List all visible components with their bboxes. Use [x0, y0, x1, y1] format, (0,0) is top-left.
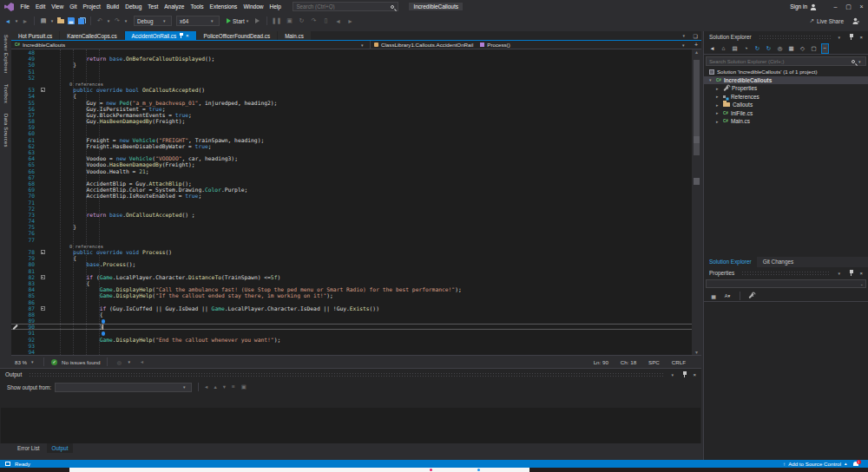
panel-drag-grip[interactable] — [29, 372, 664, 377]
code-line[interactable]: 52 — [11, 75, 692, 81]
properties-object-combo[interactable]: - — [706, 279, 866, 288]
toggle-word-wrap-icon[interactable]: ▣ — [241, 384, 247, 390]
save-icon[interactable] — [67, 16, 76, 26]
pin-icon[interactable] — [849, 270, 853, 276]
breakpoint-margin[interactable] — [11, 274, 19, 280]
code-line[interactable]: 72 — [11, 206, 692, 212]
open-files-filter-icon[interactable]: ◔ — [742, 43, 750, 54]
menu-view[interactable]: View — [49, 0, 67, 13]
tree-row-callouts[interactable]: ▸Callouts — [704, 101, 868, 109]
quick-search-box[interactable] — [293, 2, 398, 11]
code-line[interactable]: 89 — [11, 318, 692, 324]
fold-margin[interactable] — [38, 87, 47, 93]
code-line[interactable]: 88 { — [11, 311, 692, 318]
properties-panel-header[interactable]: Properties ▾ × — [704, 267, 868, 279]
breakpoint-margin[interactable] — [11, 206, 19, 212]
window-position-dropdown-icon[interactable]: ▾ — [838, 35, 843, 40]
redo-dropdown-icon[interactable]: ▾ — [123, 16, 128, 26]
codelens-references-label[interactable]: 0 references — [69, 82, 103, 87]
breakpoint-margin[interactable] — [11, 343, 19, 349]
add-to-source-control-button[interactable]: ↑ Add to Source Control ▲ — [783, 461, 847, 467]
health-status[interactable]: No issues found — [62, 359, 100, 365]
goto-next-message-icon[interactable]: ▾ — [223, 384, 226, 390]
breakpoint-margin[interactable] — [11, 224, 19, 230]
breakpoint-margin[interactable] — [11, 137, 19, 143]
tab-git-changes[interactable]: Git Changes — [758, 257, 799, 267]
code-line[interactable]: 53 public override bool OnCalloutAccepte… — [11, 87, 692, 93]
tree-row-inifile-cs[interactable]: ▸C#IniFile.cs — [704, 109, 868, 118]
solution-explorer-search-input[interactable] — [707, 59, 852, 64]
refresh-icon[interactable]: ↻ — [765, 43, 773, 54]
breakpoint-margin[interactable] — [11, 255, 19, 261]
breakpoint-margin[interactable] — [11, 100, 19, 106]
code-line[interactable]: 91 — [11, 330, 692, 336]
data-sources-vertical-tab[interactable]: Data Sources — [3, 114, 9, 148]
code-line[interactable]: 84 Game.DisplayHelp("Call the ambulance … — [11, 286, 692, 292]
breakpoint-margin[interactable] — [11, 200, 19, 206]
menu-edit[interactable]: Edit — [32, 0, 48, 13]
float-window-icon[interactable]: ❏ — [694, 33, 698, 39]
code-line[interactable]: 57 Guy.BlockPermanentEvents = true; — [11, 112, 692, 118]
output-panel-header[interactable]: Output ▾ × — [0, 369, 701, 380]
feedback-icon[interactable] — [852, 17, 859, 24]
breakpoint-margin[interactable] — [11, 261, 19, 267]
breakpoint-margin[interactable] — [11, 249, 19, 255]
code-line[interactable]: 67 — [11, 174, 692, 180]
code-line[interactable]: 82 if (Game.LocalPlayer.Character.Distan… — [11, 274, 692, 280]
window-position-dropdown-icon[interactable]: ▾ — [838, 271, 843, 276]
menu-analyze[interactable]: Analyze — [161, 0, 187, 13]
code-line[interactable]: 77 — [11, 237, 692, 243]
alphabetical-sort-icon[interactable]: A▾ — [723, 291, 732, 301]
code-line[interactable]: 60 — [11, 130, 692, 136]
break-all-icon[interactable]: ❚❚ — [272, 16, 282, 26]
code-line[interactable]: 75 } — [11, 224, 692, 230]
breakpoint-margin[interactable] — [11, 106, 19, 112]
breakpoint-margin[interactable] — [11, 93, 19, 99]
properties-icon[interactable]: ◇ — [799, 43, 806, 54]
collapse-region-icon[interactable] — [41, 250, 45, 254]
start-without-debugging-icon[interactable] — [253, 16, 262, 26]
property-pages-icon[interactable] — [748, 293, 753, 298]
maximize-button[interactable]: ▢ — [842, 0, 855, 13]
close-icon[interactable]: × — [186, 33, 189, 38]
clear-all-icon[interactable]: ≡ — [232, 384, 235, 390]
codelens-row[interactable]: 0 references — [11, 81, 692, 87]
window-position-dropdown-icon[interactable]: ▾ — [671, 372, 676, 377]
panel-drag-grip[interactable] — [759, 35, 832, 39]
breakpoint-margin[interactable] — [11, 243, 19, 249]
hscroll-left-icon[interactable]: ◄ — [137, 357, 146, 367]
menu-build[interactable]: Build — [103, 0, 122, 13]
breakpoint-margin[interactable] — [11, 237, 19, 243]
solution-explorer-search-box[interactable]: ▾ — [706, 56, 866, 66]
goto-previous-message-icon[interactable]: ▴ — [214, 384, 216, 390]
menu-debug[interactable]: Debug — [122, 0, 145, 13]
switch-views-icon[interactable]: ◄ — [708, 43, 716, 54]
breakpoint-margin[interactable] — [11, 143, 19, 149]
code-line[interactable]: 81 — [11, 268, 692, 274]
breakpoint-margin[interactable] — [11, 62, 19, 68]
touch-selection-gripper[interactable] — [102, 319, 106, 324]
server-explorer-vertical-tab[interactable]: Server Explorer — [3, 35, 9, 74]
code-line[interactable]: 54 { — [11, 93, 692, 99]
breakpoint-margin[interactable] — [11, 124, 19, 130]
breakpoint-margin[interactable] — [11, 218, 19, 224]
cursor-column-indicator[interactable]: Ch: 18 — [621, 359, 636, 365]
issues-filter-icon[interactable]: ◎ — [115, 357, 123, 367]
breakpoint-margin[interactable] — [11, 230, 19, 236]
start-debugging-button[interactable]: Start ▾ — [227, 18, 252, 24]
navigate-backward-dropdown-icon[interactable]: ▾ — [14, 16, 19, 26]
scroll-up-icon[interactable]: ▲ — [692, 49, 701, 55]
menu-window[interactable]: Window — [240, 0, 266, 13]
sign-in-button[interactable]: Sign in — [790, 3, 817, 10]
navigate-backward-2-icon[interactable]: ◄ — [333, 16, 342, 26]
collapsed-arrow-icon[interactable]: ▸ — [716, 102, 720, 108]
menu-project[interactable]: Project — [80, 0, 103, 13]
open-file-icon[interactable] — [56, 16, 65, 26]
tab-output[interactable]: Output — [47, 443, 74, 453]
split-window-icon[interactable]: + — [691, 42, 701, 48]
code-line[interactable]: 80 base.Process(); — [11, 261, 692, 267]
code-line[interactable]: 59 — [11, 124, 692, 130]
code-line[interactable]: 83 { — [11, 280, 692, 286]
code-line[interactable]: 56 Guy.IsPersistent = true; — [11, 106, 692, 112]
close-icon[interactable]: × — [859, 271, 863, 276]
